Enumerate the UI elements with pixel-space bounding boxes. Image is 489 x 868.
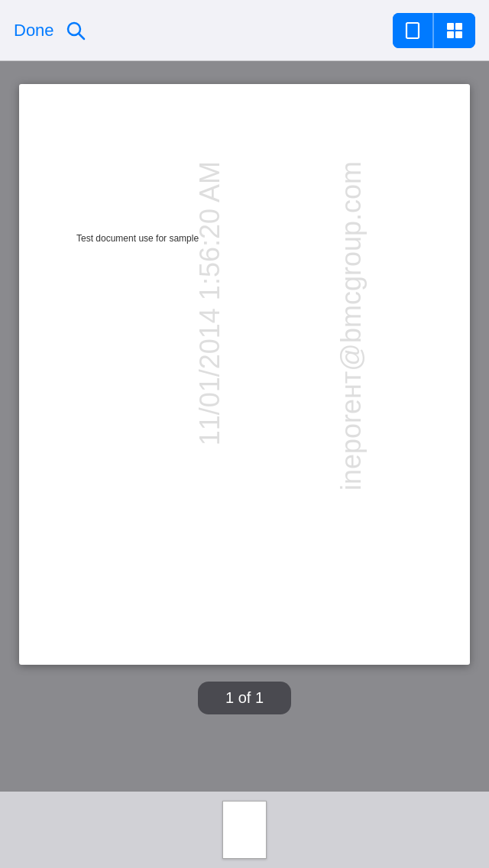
view-toggle-group [393,13,475,48]
document-page: Test document use for sample CONFIDENTIA… [19,84,470,665]
single-view-button[interactable] [393,13,434,48]
main-content-area: Test document use for sample CONFIDENTIA… [0,61,489,792]
done-button[interactable]: Done [14,21,54,40]
svg-line-1 [79,34,84,39]
search-icon [65,20,86,41]
top-bar-left-group: Done [14,20,86,41]
svg-rect-5 [447,31,454,38]
svg-point-0 [68,23,80,35]
page-indicator-text: 1 of 1 [225,689,264,707]
thumbnail-strip [0,792,489,868]
grid-icon [445,21,465,40]
thumbnail-item[interactable] [222,801,267,859]
grid-view-button[interactable] [434,13,475,48]
single-page-icon [403,21,423,40]
svg-rect-6 [455,31,462,38]
svg-rect-2 [406,23,419,38]
watermark-email: ineporент@bmcgroup.com [335,161,368,491]
top-navigation-bar: Done [0,0,489,61]
watermark-datetime: 11/01/2014 1:56:20 AM [194,161,226,445]
svg-rect-4 [455,23,462,30]
search-button[interactable] [65,20,86,41]
page-indicator: 1 of 1 [198,682,291,714]
document-body-text: Test document use for sample [76,233,199,244]
svg-rect-3 [447,23,454,30]
